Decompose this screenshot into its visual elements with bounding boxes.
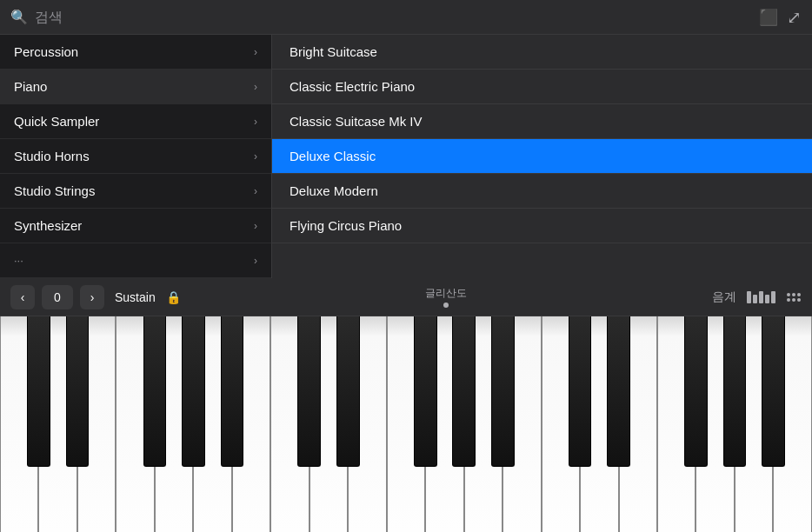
black-key[interactable] — [684, 316, 708, 467]
black-key[interactable] — [414, 316, 437, 467]
app-wrapper: 🔍 ⬛ ⤢ Percussion › Piano › Quick Sampler… — [0, 0, 812, 532]
instruments-panel: Bright Suitcase Classic Electric Piano C… — [272, 35, 812, 278]
black-key[interactable] — [143, 316, 167, 467]
chevron-right-icon: › — [254, 150, 257, 163]
chord-dot-4 — [787, 298, 790, 302]
piano-view-icon[interactable] — [747, 291, 775, 303]
lock-icon[interactable]: 🔒 — [166, 290, 181, 304]
instrument-bright-suitcase[interactable]: Bright Suitcase — [272, 35, 812, 70]
chevron-right-icon: › — [254, 220, 257, 232]
prev-icon: ‹ — [21, 290, 25, 304]
controls-bar: ‹ 0 › Sustain 🔒 글리산도 음계 — [0, 278, 812, 316]
window-icon[interactable]: ⬛ — [759, 8, 778, 27]
sidebar-item-piano[interactable]: Piano › — [0, 70, 271, 104]
chord-dot-6 — [797, 298, 801, 302]
chord-dot-5 — [792, 298, 795, 302]
black-key[interactable] — [221, 316, 244, 467]
search-bar: 🔍 ⬛ ⤢ — [0, 0, 812, 35]
octave-number: 0 — [42, 285, 73, 309]
header-icons: ⬛ ⤢ — [759, 7, 802, 28]
black-key[interactable] — [762, 316, 785, 467]
piano-bar-4 — [765, 295, 769, 303]
black-key[interactable] — [27, 316, 50, 467]
piano-bar-2 — [753, 295, 757, 303]
chevron-right-icon: › — [254, 116, 257, 128]
glissando-control: 글리산도 — [188, 286, 705, 308]
piano-keys: C2C3C4 — [0, 316, 812, 532]
black-key[interactable] — [182, 316, 205, 467]
piano-keyboard: C2C3C4 — [0, 316, 812, 532]
sidebar-item-synthesizer[interactable]: Synthesizer › — [0, 209, 271, 243]
scale-label: 음계 — [712, 289, 736, 305]
chevron-right-icon: › — [254, 185, 257, 197]
black-key[interactable] — [452, 316, 476, 467]
content-row: Percussion › Piano › Quick Sampler › Stu… — [0, 35, 812, 278]
piano-bar-1 — [747, 291, 751, 303]
chevron-right-icon: › — [254, 46, 257, 58]
instrument-deluxe-classic[interactable]: Deluxe Classic — [272, 139, 812, 174]
chord-view-icon[interactable] — [786, 293, 802, 302]
glissando-label: 글리산도 — [425, 286, 467, 301]
sidebar-item-percussion[interactable]: Percussion › — [0, 35, 271, 70]
chord-dot-3 — [797, 293, 801, 296]
instrument-classic-electric-piano[interactable]: Classic Electric Piano — [272, 70, 812, 104]
chevron-right-icon: › — [254, 255, 257, 267]
next-icon: › — [90, 290, 95, 304]
prev-button[interactable]: ‹ — [10, 285, 35, 309]
black-key[interactable] — [66, 316, 90, 467]
search-input[interactable] — [35, 10, 759, 25]
categories-panel: Percussion › Piano › Quick Sampler › Stu… — [0, 35, 272, 278]
search-icon: 🔍 — [10, 9, 28, 25]
black-key[interactable] — [723, 316, 747, 467]
next-button[interactable]: › — [80, 285, 104, 309]
sidebar-item-more[interactable]: ··· › — [0, 243, 271, 278]
black-key[interactable] — [607, 316, 630, 467]
sidebar-item-studio-horns[interactable]: Studio Horns › — [0, 139, 271, 174]
instrument-classic-suitcase-mk-iv[interactable]: Classic Suitcase Mk IV — [272, 104, 812, 139]
piano-bar-3 — [759, 291, 763, 303]
black-key[interactable] — [297, 316, 321, 467]
chevron-right-icon: › — [254, 81, 257, 93]
piano-bar-5 — [771, 291, 775, 303]
sidebar-item-studio-strings[interactable]: Studio Strings › — [0, 174, 271, 209]
chord-dot-2 — [792, 293, 795, 296]
black-key[interactable] — [491, 316, 515, 467]
black-key[interactable] — [569, 316, 592, 467]
glissando-dot — [443, 303, 449, 308]
chord-dot-1 — [787, 293, 790, 296]
resize-icon[interactable]: ⤢ — [787, 7, 802, 28]
right-controls: 음계 — [712, 289, 802, 305]
sustain-label: Sustain — [115, 290, 156, 304]
instrument-flying-circus-piano[interactable]: Flying Circus Piano — [272, 209, 812, 243]
sidebar-item-quick-sampler[interactable]: Quick Sampler › — [0, 104, 271, 139]
black-key[interactable] — [336, 316, 360, 467]
instrument-deluxe-modern[interactable]: Deluxe Modern — [272, 174, 812, 209]
